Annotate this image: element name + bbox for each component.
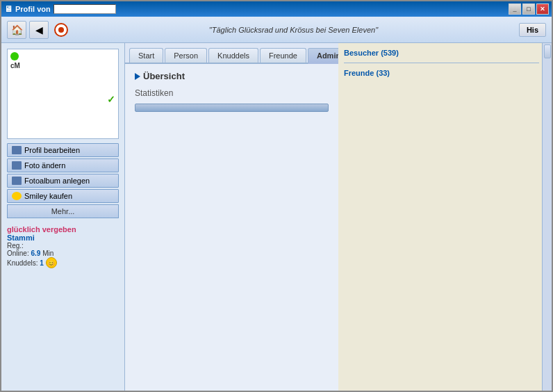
statistiken-label: Statistiken [135,88,329,98]
profil-bearbeiten-label: Profil bearbeiten [24,146,80,154]
checkmark-icon: ✓ [107,94,115,105]
foto-aendern-button[interactable]: Foto ändern [7,158,119,172]
right-divider [344,63,539,63]
his-button[interactable]: His [519,23,546,37]
reg-row: Reg.: [7,242,119,250]
status-icon [54,23,68,37]
back-button[interactable]: ◀ [29,21,49,39]
online-value: 6.9 [31,250,40,257]
back-icon: ◀ [35,24,43,35]
fotoalbum-anlegen-label: Fotoalbum anlegen [24,177,90,185]
fotoalbum-anlegen-button[interactable]: Fotoalbum anlegen [7,174,119,188]
center-panel: Start Person Knuddels Freunde Admin Bear… [125,43,338,391]
knuddels-row: Knuddels: 1 😊 [7,257,119,268]
smiley-kaufen-label: Smiley kaufen [24,192,72,200]
title-bar-text: 🖥 Profil von [4,4,116,14]
action-buttons: Profil bearbeiten Foto ändern Fotoalbum … [7,143,119,218]
title-bar-controls: _ □ ✕ [509,3,549,15]
online-row: Online: 6.9 Min [7,250,119,257]
online-label: Online: [7,250,29,257]
scrollbar-thumb[interactable] [544,44,551,58]
freunde-link[interactable]: Freunde (33) [344,69,539,77]
smiley-kaufen-button[interactable]: Smiley kaufen [7,189,119,203]
title-icon: 🖥 [4,4,13,14]
photo-icon [12,161,22,170]
home-icon: 🏠 [11,24,23,35]
close-button[interactable]: ✕ [536,3,549,15]
status-text: glücklich vergeben [7,225,119,234]
profil-bearbeiten-button[interactable]: Profil bearbeiten [7,143,119,157]
tab-freunde-label: Freunde [269,51,297,60]
smiley-icon [12,192,22,200]
section-header: Übersicht [135,71,329,81]
window-title: Profil von [15,5,51,13]
online-dot [10,52,19,60]
title-input[interactable] [53,4,116,14]
besucher-link[interactable]: Besucher (539) [344,49,539,57]
online-unit: Min [42,250,53,257]
tab-admin[interactable]: Admin [308,48,338,64]
knuddel-smiley-icon: 😊 [46,257,57,268]
foto-aendern-label: Foto ändern [24,161,65,170]
home-button[interactable]: 🏠 [7,21,26,39]
tab-start-label: Start [138,51,154,60]
freunde-count: (33) [376,69,390,77]
section-title: Übersicht [143,71,185,81]
status-dot [58,27,64,33]
scrollbar-track [542,43,552,391]
profile-username: cM [10,62,115,70]
reg-label: Reg.: [7,242,24,250]
maximize-button[interactable]: □ [522,3,535,15]
nav-bar: 🏠 ◀ "Täglich Glücksrad und Krösus bei Se… [1,17,552,43]
right-section: Besucher (539) Freunde (33) [338,43,552,391]
knuddels-value: 1 [40,259,44,267]
knuddels-label: Knuddels: [7,259,38,267]
main-window: 🖥 Profil von _ □ ✕ 🏠 ◀ "Täglich Glücksra… [0,0,553,392]
nav-quote: "Täglich Glücksrad und Krösus bei Seven … [71,26,516,34]
album-icon [12,177,22,185]
edit-icon [12,146,22,154]
profile-photo-area: cM ✓ [7,49,119,139]
main-area: cM ✓ Profil bearbeiten Foto ändern Fotoa… [1,43,552,391]
progress-bar [135,104,329,112]
tab-person[interactable]: Person [165,48,207,63]
minimize-button[interactable]: _ [509,3,521,15]
freunde-label: Freunde [344,69,374,77]
besucher-label: Besucher [344,49,379,57]
mehr-button[interactable]: Mehr... [7,204,119,218]
tab-start[interactable]: Start [129,48,163,63]
content-area: Übersicht Statistiken [125,64,338,391]
left-panel: cM ✓ Profil bearbeiten Foto ändern Fotoa… [1,43,125,391]
triangle-icon [135,73,140,80]
user-status: glücklich vergeben Stammi Reg.: Online: … [7,222,119,268]
besucher-count: (539) [381,49,399,57]
tab-knuddels-label: Knuddels [217,51,249,60]
rank-text: Stammi [7,234,119,242]
tabs-bar: Start Person Knuddels Freunde Admin Bear… [125,43,338,64]
tab-admin-label: Admin [317,51,338,60]
right-panel: Besucher (539) Freunde (33) [338,43,542,391]
tab-person-label: Person [174,51,198,60]
tab-knuddels[interactable]: Knuddels [208,48,258,63]
title-bar: 🖥 Profil von _ □ ✕ [1,1,552,17]
tab-freunde[interactable]: Freunde [260,48,306,63]
